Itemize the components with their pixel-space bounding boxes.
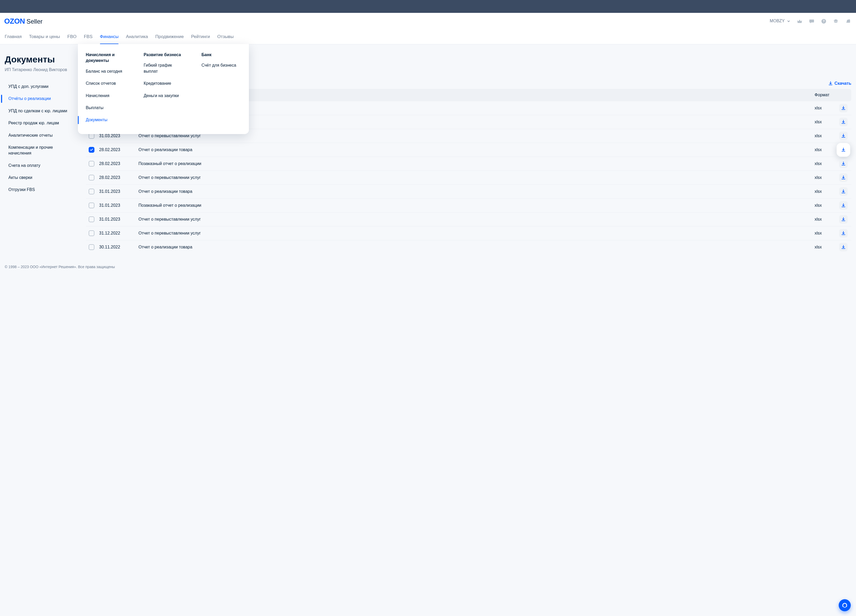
- row-format: xlsx: [814, 133, 838, 139]
- download-icon: [841, 148, 846, 152]
- support-fab[interactable]: [839, 599, 851, 611]
- submenu-documents[interactable]: Документы: [78, 114, 133, 126]
- account-selector[interactable]: MOBZY: [770, 18, 790, 24]
- sidebar-item-sales-reports[interactable]: Отчёты о реализации: [5, 92, 78, 105]
- submenu-balance[interactable]: Баланс на сегодня: [78, 65, 133, 77]
- sidebar-item-compensations[interactable]: Компенсации и прочие начисления: [5, 142, 78, 160]
- row-download-cell: [838, 201, 849, 209]
- row-download-button[interactable]: [839, 160, 848, 168]
- sidebar-item-fbs-shipments[interactable]: Отгрузки FBS: [5, 184, 78, 196]
- copyright: © 1998 – 2023 ООО «Интернет Решения». Вс…: [5, 265, 115, 269]
- row-format: xlsx: [814, 119, 838, 125]
- row-checkbox[interactable]: [89, 161, 94, 166]
- row-checkbox[interactable]: [89, 230, 94, 236]
- sidebar-item-reconciliation[interactable]: Акты сверки: [5, 172, 78, 184]
- row-check-cell: [89, 244, 99, 250]
- row-download-cell: [838, 173, 849, 182]
- row-download-button[interactable]: [839, 118, 848, 126]
- nav-promo[interactable]: Продвижение: [155, 30, 183, 44]
- table-row: 31.01.2023Позаказный отчет о реализацииx…: [86, 199, 851, 213]
- header-right: MOBZY: [770, 18, 851, 24]
- download-all-label: Скачать: [834, 80, 851, 86]
- row-download-button[interactable]: [839, 201, 848, 209]
- download-icon: [828, 81, 833, 86]
- sidebar-item-upd-legal[interactable]: УПД по сделкам с юр. лицами: [5, 105, 78, 117]
- crown-icon[interactable]: [797, 18, 802, 24]
- row-checkbox[interactable]: [89, 189, 94, 194]
- submenu-payouts[interactable]: Выплаты: [78, 102, 133, 114]
- download-icon: [841, 203, 846, 208]
- nav-fbs[interactable]: FBS: [84, 30, 92, 44]
- row-download-button[interactable]: [839, 104, 848, 112]
- row-download-cell: [838, 118, 849, 126]
- row-download-button[interactable]: [839, 132, 848, 140]
- top-banner: [0, 0, 856, 13]
- row-download-cell: [838, 160, 849, 168]
- nav-main[interactable]: Главная: [5, 30, 22, 44]
- logo[interactable]: OZON Seller: [4, 16, 43, 26]
- submenu-col-3: Банк Счёт для бизнеса: [194, 52, 249, 126]
- download-icon: [841, 189, 846, 194]
- nav-ratings[interactable]: Рейтинги: [191, 30, 210, 44]
- row-download-cell: [838, 146, 849, 154]
- header: OZON Seller MOBZY: [0, 13, 856, 30]
- row-download-cell: [838, 187, 849, 196]
- row-check-cell: [89, 216, 99, 222]
- sidebar-item-upd-extra[interactable]: УПД с доп. услугами: [5, 80, 78, 92]
- table-row: 31.01.2023Отчет о реализации товараxlsx: [86, 185, 851, 199]
- nav-fbo[interactable]: FBO: [68, 30, 77, 44]
- submenu-reports[interactable]: Список отчетов: [78, 77, 133, 89]
- row-checkbox[interactable]: [89, 147, 94, 153]
- submenu-accruals[interactable]: Начисления: [78, 90, 133, 102]
- row-date: 31.01.2023: [99, 189, 139, 194]
- submenu-col-2: Развитие бизнеса Гибкий график выплат Кр…: [136, 52, 191, 126]
- row-download-button[interactable]: [839, 215, 848, 223]
- row-download-button[interactable]: [839, 173, 848, 182]
- submenu-bank[interactable]: Счёт для бизнеса: [194, 59, 249, 71]
- row-checkbox[interactable]: [89, 216, 94, 222]
- row-download-button[interactable]: [839, 243, 848, 251]
- row-name: Отчет о реализации товара: [139, 244, 814, 250]
- row-download-button[interactable]: [839, 187, 848, 196]
- download-icon: [841, 175, 846, 180]
- download-icon: [841, 161, 846, 166]
- row-check-cell: [89, 189, 99, 194]
- account-name: MOBZY: [770, 18, 785, 24]
- row-check-cell: [89, 230, 99, 236]
- row-checkbox[interactable]: [89, 203, 94, 208]
- chat-icon[interactable]: [809, 18, 814, 24]
- row-checkbox[interactable]: [89, 175, 94, 180]
- announce-icon[interactable]: [845, 18, 851, 24]
- nav-products[interactable]: Товары и цены: [29, 30, 60, 44]
- table-row: 31.12.2022Отчет о перевыставлении услугx…: [86, 226, 851, 240]
- row-download-cell: [838, 229, 849, 237]
- row-date: 28.02.2023: [99, 175, 139, 180]
- row-checkbox[interactable]: [89, 244, 94, 250]
- sidebar-item-analytic-reports[interactable]: Аналитические отчеты: [5, 129, 78, 142]
- help-icon[interactable]: [821, 18, 827, 24]
- academy-icon[interactable]: [833, 18, 839, 24]
- row-date: 28.02.2023: [99, 147, 139, 153]
- row-check-cell: [89, 175, 99, 180]
- sidebar-item-invoices[interactable]: Счета на оплату: [5, 160, 78, 172]
- submenu-head-1: Начисления и документы: [78, 52, 133, 65]
- submenu-flex-payout[interactable]: Гибкий график выплат: [136, 59, 191, 77]
- finance-submenu: Начисления и документы Баланс на сегодня…: [78, 44, 249, 134]
- download-all-button[interactable]: Скачать: [828, 80, 851, 86]
- row-name: Отчет о реализации товара: [139, 147, 814, 153]
- row-check-cell: [89, 147, 99, 153]
- nav-finance[interactable]: Финансы: [100, 30, 119, 44]
- submenu-money[interactable]: Деньги на закупки: [136, 90, 191, 102]
- nav-reviews[interactable]: Отзывы: [217, 30, 234, 44]
- nav-analytics[interactable]: Аналитика: [126, 30, 148, 44]
- submenu-head-3: Банк: [194, 52, 249, 59]
- navbar: Главная Товары и цены FBO FBS Финансы Ан…: [0, 30, 856, 44]
- row-download-button[interactable]: [839, 229, 848, 237]
- sidebar-item-legal-registry[interactable]: Реестр продаж юр. лицам: [5, 117, 78, 129]
- row-format: xlsx: [814, 147, 838, 153]
- submenu-credit[interactable]: Кредитование: [136, 77, 191, 89]
- row-date: 30.11.2022: [99, 244, 139, 250]
- row-check-cell: [89, 203, 99, 208]
- row-download-button[interactable]: [839, 146, 848, 154]
- download-icon: [841, 245, 846, 249]
